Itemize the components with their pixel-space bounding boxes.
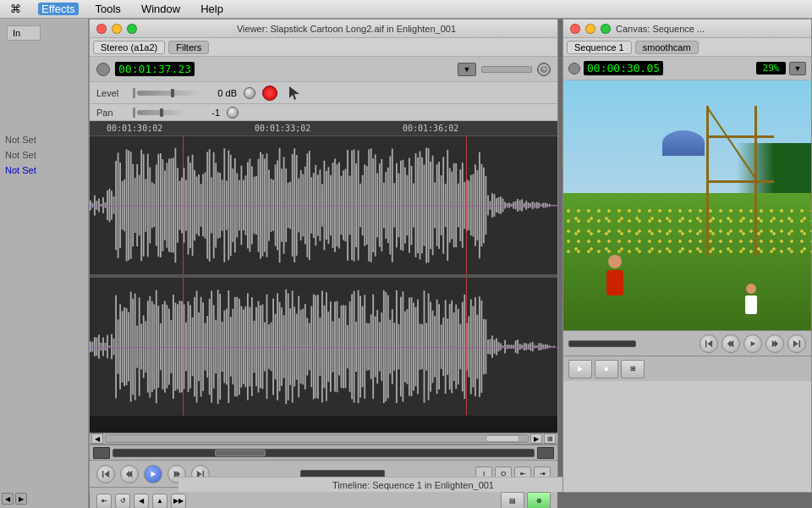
pan-knob[interactable]: [227, 107, 239, 119]
svg-rect-457: [705, 340, 707, 346]
canvas-step-fwd[interactable]: [765, 334, 784, 353]
pan-value: -1: [195, 108, 220, 118]
scroll-track[interactable]: [105, 434, 529, 443]
viewer-maximize-btn[interactable]: [127, 24, 137, 34]
level-slider[interactable]: [137, 91, 205, 96]
scrollbar-area: ◀ ▶ ⊞: [90, 433, 557, 444]
menu-item-apple[interactable]: ⌘: [7, 3, 25, 15]
canvas-title: Canvas: Sequence ...: [616, 24, 705, 34]
level-knob[interactable]: [244, 87, 255, 99]
transport-play[interactable]: [144, 465, 162, 483]
canvas-step-back[interactable]: [721, 334, 740, 353]
left-label-2: Not Set: [0, 147, 88, 163]
scroll-thumb[interactable]: [486, 435, 519, 442]
svg-marker-460: [727, 340, 731, 346]
viewer-t2-btn2[interactable]: ↺: [115, 494, 130, 509]
viewer-clock-icon: [537, 63, 551, 76]
canvas-maximize-btn[interactable]: [601, 24, 611, 34]
svg-marker-464: [793, 340, 798, 346]
viewer-timecode: 00:01:37.23: [115, 62, 195, 76]
canvas-edit-btn-green[interactable]: ▶: [568, 360, 592, 378]
left-tab-in[interactable]: In: [7, 25, 41, 41]
viewer-ctrl-icon: [96, 63, 110, 76]
viewer-edit-btn1[interactable]: ▤: [501, 492, 524, 509]
pan-label: Pan: [96, 108, 126, 118]
canvas-edit-btn-red[interactable]: ■: [595, 360, 618, 378]
jog-track[interactable]: [112, 449, 535, 457]
menu-item-window[interactable]: Window: [138, 3, 184, 15]
canvas-go-start[interactable]: [700, 334, 718, 353]
menu-item-tools[interactable]: Tools: [92, 3, 124, 15]
viewer-marker-btn[interactable]: ▼: [458, 63, 476, 76]
ruler-mark-1: 00:01:30;02: [107, 124, 162, 133]
canvas-go-end[interactable]: [787, 334, 806, 353]
svg-marker-448: [104, 470, 109, 477]
canvas-play[interactable]: [743, 334, 762, 353]
timecode-ruler: 00:01:30;02 00:01:33;02 00:01:36;02: [90, 121, 557, 136]
viewer-progress-bar[interactable]: [481, 66, 532, 73]
scaffold: [706, 106, 774, 256]
viewer-edit-btn2[interactable]: ⊕: [527, 492, 551, 509]
canvas-close-btn[interactable]: [570, 24, 580, 34]
ruler-mark-2: 00:01:33;02: [255, 124, 310, 133]
pan-slider[interactable]: [137, 110, 188, 115]
scroll-end-btn[interactable]: ⊞: [544, 433, 556, 444]
canvas-edit-btn-gray[interactable]: ⊞: [621, 360, 645, 378]
canvas-video: [563, 80, 811, 330]
jog-right-marker[interactable]: [537, 447, 554, 459]
left-nav-next[interactable]: ▶: [15, 493, 27, 505]
menu-item-effects[interactable]: Effects: [38, 3, 79, 15]
left-label-1: Not Set: [0, 132, 88, 147]
viewer-controls: 00:01:37.23 ▼: [90, 57, 557, 82]
viewer-edit-btns: ▤ ⊕: [501, 492, 551, 509]
transport-go-start[interactable]: [96, 465, 115, 483]
level-slider-left: [133, 88, 135, 98]
canvas-minimize-btn[interactable]: [585, 24, 595, 34]
transport-step-back[interactable]: [120, 465, 139, 483]
canvas-jog-strip[interactable]: [568, 340, 636, 347]
viewer-title: Viewer: Slapstick Cartoon Long2.aif in E…: [142, 24, 551, 34]
viewer-t2-btn1[interactable]: ⇤: [96, 494, 112, 509]
svg-rect-465: [799, 340, 801, 346]
canvas-tabs: Sequence 1 smoothcam: [563, 38, 811, 57]
jog-row: [90, 444, 557, 460]
svg-marker-461: [751, 340, 756, 346]
canvas-marker-btn[interactable]: ▼: [789, 62, 806, 75]
viewer-t2-btn4[interactable]: ▲: [152, 494, 167, 509]
canvas-tab-seq1[interactable]: Sequence 1: [567, 41, 632, 54]
canvas-window: Canvas: Sequence ... Sequence 1 smoothca…: [562, 19, 812, 493]
scroll-left-arrow[interactable]: ◀: [91, 433, 103, 444]
viewer-t2-btn5[interactable]: ▶▶: [171, 494, 186, 509]
canvas-edit-btns: ▶ ■ ⊞: [568, 360, 645, 378]
viewer-minimize-btn[interactable]: [112, 24, 122, 34]
left-label-3: Not Set: [0, 163, 88, 178]
status-text: Timeline: Sequence 1 in Enlighten_001: [332, 480, 494, 490]
purple-center-line-upper: [90, 206, 557, 207]
svg-rect-447: [102, 470, 104, 477]
waveform-area: 00:01:30;02 00:01:33;02 00:01:36;02: [90, 121, 557, 433]
viewer-titlebar: Viewer: Slapstick Cartoon Long2.aif in E…: [90, 19, 557, 38]
jog-thumb[interactable]: [215, 450, 266, 456]
menu-item-help[interactable]: Help: [197, 3, 227, 15]
ruler-mark-3: 00:01:36;02: [403, 124, 458, 133]
svg-line-456: [706, 106, 757, 181]
viewer-tab-stereo[interactable]: Stereo (a1a2): [93, 41, 165, 54]
left-nav-prev[interactable]: ◀: [2, 493, 14, 505]
jog-left-marker[interactable]: [93, 447, 110, 459]
canvas-tab-smoothcam[interactable]: smoothcam: [635, 41, 699, 54]
waveform-upper[interactable]: [90, 136, 557, 276]
level-value: 0 dB: [211, 88, 237, 98]
figure2: [740, 284, 761, 318]
pan-controls: Pan -1: [90, 104, 557, 121]
audio-controls: Level 0 dB: [90, 82, 557, 104]
viewer-tabs: Stereo (a1a2) Filters: [90, 38, 557, 57]
scroll-right-arrow[interactable]: ▶: [530, 433, 542, 444]
canvas-timecode: 00:00:30.05: [584, 61, 663, 75]
purple-center-line-lower: [90, 347, 557, 348]
viewer-close-btn[interactable]: [96, 24, 107, 34]
viewer-tab-filters[interactable]: Filters: [168, 41, 209, 54]
level-reset-btn[interactable]: [262, 86, 277, 101]
viewer-t2-btn3[interactable]: ◀: [134, 494, 149, 509]
canvas-transport: [563, 330, 811, 356]
waveform-lower[interactable]: [90, 276, 557, 416]
